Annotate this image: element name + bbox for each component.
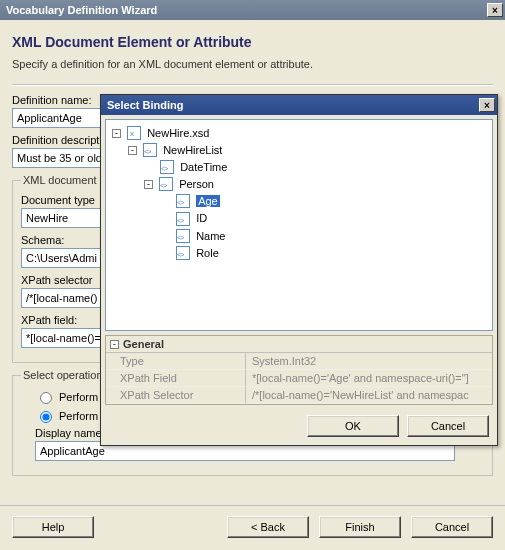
finish-button[interactable]: Finish [319,516,401,538]
property-grid: - General Type System.Int32 XPath Field … [105,335,493,405]
wizard-title: Vocabulary Definition Wizard [6,4,157,16]
binding-titlebar: Select Binding × [101,95,497,115]
select-binding-dialog: Select Binding × - NewHire.xsd - NewHire… [100,94,498,446]
perform-get-radio[interactable] [40,411,52,423]
element-icon [176,246,190,260]
tree-newhirelist[interactable]: NewHireList [163,144,222,156]
element-icon [176,212,190,226]
prop-header-label: General [123,338,164,350]
divider [12,84,493,86]
element-icon [160,160,174,174]
element-icon [176,194,190,208]
binding-title: Select Binding [107,99,183,111]
tree-collapse-icon[interactable]: - [144,180,153,189]
page-header: XML Document Element or Attribute [12,34,493,50]
tree-root[interactable]: NewHire.xsd [147,127,209,139]
perform-set-radio[interactable] [40,392,52,404]
element-icon [176,229,190,243]
tree-datetime[interactable]: DateTime [180,161,227,173]
element-icon [143,143,157,157]
back-button[interactable]: < Back [227,516,309,538]
ok-button[interactable]: OK [307,415,399,437]
binding-cancel-button[interactable]: Cancel [407,415,489,437]
tree-id[interactable]: ID [196,213,207,225]
select-operation-label: Select operation [21,369,105,381]
page-description: Specify a definition for an XML document… [12,58,493,70]
close-icon[interactable]: × [487,3,503,17]
binding-button-row: OK Cancel [101,409,497,445]
xml-document-group-label: XML document i [21,174,104,186]
prop-xpathselector-value: /*[local-name()='NewHireList' and namesp… [246,387,492,404]
xsd-file-icon [127,126,141,140]
tree-role[interactable]: Role [196,247,219,259]
prop-type-key: Type [106,353,246,370]
element-icon [159,177,173,191]
prop-xpathfield-key: XPath Field [106,370,246,387]
binding-close-icon[interactable]: × [479,98,495,112]
tree-collapse-icon[interactable]: - [128,146,137,155]
wizard-button-row: Help < Back Finish Cancel [0,505,505,550]
tree-person[interactable]: Person [179,178,214,190]
prop-xpathfield-value: *[local-name()='Age' and namespace-uri()… [246,370,492,387]
prop-xpathselector-key: XPath Selector [106,387,246,404]
prop-collapse-icon[interactable]: - [110,340,119,349]
tree-age[interactable]: Age [196,195,220,207]
cancel-button[interactable]: Cancel [411,516,493,538]
wizard-titlebar: Vocabulary Definition Wizard × [0,0,505,20]
tree-collapse-icon[interactable]: - [112,129,121,138]
schema-tree[interactable]: - NewHire.xsd - NewHireList [105,119,493,331]
prop-type-value: System.Int32 [246,353,492,370]
help-button[interactable]: Help [12,516,94,538]
tree-name[interactable]: Name [196,230,225,242]
